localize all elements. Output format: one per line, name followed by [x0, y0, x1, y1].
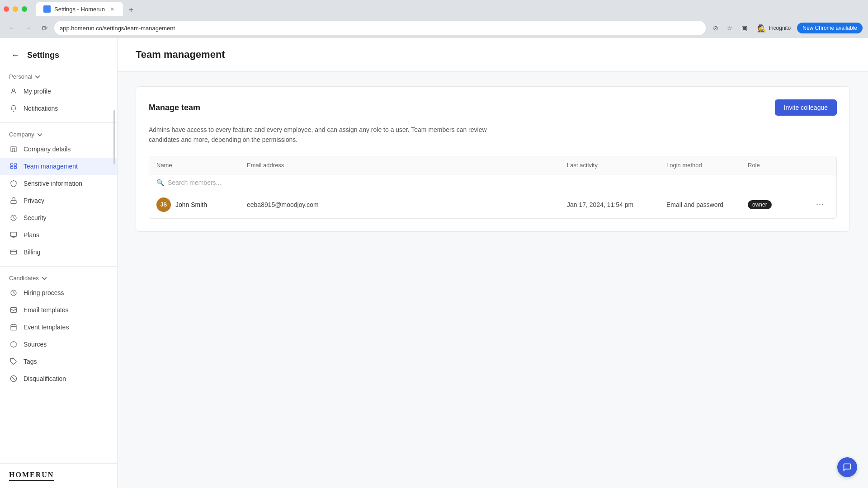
company-section-header[interactable]: Company: [0, 128, 117, 141]
activity-cell: Jan 17, 2024, 11:54 pm: [567, 201, 666, 208]
sidebar-item-notifications[interactable]: Notifications: [0, 100, 117, 117]
sidebar-item-event-templates[interactable]: Event templates: [0, 319, 117, 336]
address-bar[interactable]: app.homerun.co/settings/team-management: [54, 21, 706, 35]
incognito-label: Incognito: [769, 25, 791, 31]
search-members-input[interactable]: [168, 179, 829, 186]
cast-icon[interactable]: ⊘: [709, 22, 722, 34]
page-title: Team management: [136, 49, 850, 61]
sidebar-item-security[interactable]: Security: [0, 209, 117, 226]
company-label: Company: [9, 131, 34, 138]
plans-icon: [9, 230, 18, 239]
main-content: Team management Manage team Invite colle…: [118, 38, 868, 488]
scroll-indicator: [113, 110, 115, 164]
svg-rect-13: [11, 325, 16, 330]
candidates-section-header[interactable]: Candidates: [0, 272, 117, 284]
back-button[interactable]: ←: [5, 22, 18, 34]
sidebar-item-plans[interactable]: Plans: [0, 226, 117, 244]
browser-titlebar: Settings - Homerun ✕ +: [0, 0, 868, 18]
avatar: JS: [156, 197, 171, 212]
new-chrome-button[interactable]: New Chrome available: [797, 23, 863, 33]
manage-team-header: Manage team Invite colleague: [149, 99, 837, 116]
sidebar-item-privacy[interactable]: Privacy: [0, 192, 117, 209]
tab-close-button[interactable]: ✕: [108, 5, 116, 13]
forward-button[interactable]: →: [22, 22, 34, 34]
member-cell: JS John Smith: [156, 197, 247, 212]
company-section: Company Company details Team management: [0, 125, 117, 264]
tab-bar: Settings - Homerun ✕ +: [33, 2, 141, 16]
col-login: Login method: [666, 162, 748, 169]
hiring-process-label: Hiring process: [24, 289, 64, 296]
candidates-label: Candidates: [9, 275, 39, 282]
more-options-button[interactable]: ···: [811, 200, 829, 209]
personal-section-header[interactable]: Personal: [0, 70, 117, 83]
svg-rect-2: [10, 164, 13, 165]
divider-2: [0, 266, 117, 267]
sources-label: Sources: [24, 341, 47, 348]
billing-icon: [9, 248, 18, 257]
sidebar-item-disqualification[interactable]: Disqualification: [0, 370, 117, 387]
new-tab-button[interactable]: +: [125, 4, 137, 16]
svg-rect-4: [10, 167, 13, 169]
sidebar-item-team-management[interactable]: Team management: [0, 158, 117, 175]
sidebar-item-sources[interactable]: Sources: [0, 336, 117, 353]
description-text: Admins have access to every feature and …: [149, 125, 492, 145]
manage-team-title: Manage team: [149, 103, 200, 113]
svg-rect-3: [14, 164, 16, 165]
col-actions: [811, 162, 829, 169]
team-management-label: Team management: [24, 163, 78, 170]
privacy-label: Privacy: [24, 197, 44, 204]
sidebar-item-email-templates[interactable]: Email templates: [0, 301, 117, 319]
sidebar-item-company-details[interactable]: Company details: [0, 141, 117, 158]
invite-colleague-button[interactable]: Invite colleague: [775, 99, 837, 116]
reload-button[interactable]: ⟳: [38, 22, 51, 34]
table-row: JS John Smith eeba8915@moodjoy.com Jan 1…: [149, 191, 836, 218]
security-label: Security: [24, 214, 47, 221]
role-cell: owner: [748, 200, 811, 209]
sidebar-toggle-icon[interactable]: ▣: [738, 22, 751, 34]
company-details-label: Company details: [24, 145, 71, 153]
active-tab[interactable]: Settings - Homerun ✕: [36, 2, 123, 16]
member-name: John Smith: [175, 201, 207, 208]
search-row: 🔍: [149, 174, 836, 191]
email-icon: [9, 305, 18, 314]
svg-line-19: [11, 376, 15, 380]
homerun-wordmark: HOMERUN: [9, 471, 54, 481]
col-name: Name: [156, 162, 247, 169]
divider-1: [0, 122, 117, 123]
chat-widget-button[interactable]: [837, 457, 857, 477]
personal-label: Personal: [9, 73, 32, 80]
svg-rect-6: [11, 200, 16, 203]
window-maximize-button[interactable]: [22, 6, 27, 12]
event-icon: [9, 323, 18, 332]
members-table: Name Email address Last activity Login m…: [149, 156, 837, 219]
svg-rect-8: [10, 232, 16, 236]
chevron-down-icon-2: [37, 132, 42, 137]
svg-point-0: [12, 89, 14, 91]
browser-toolbar: ← → ⟳ app.homerun.co/settings/team-manag…: [0, 18, 868, 38]
sidebar: ← Settings Personal My profile: [0, 38, 118, 488]
sidebar-item-billing[interactable]: Billing: [0, 244, 117, 261]
back-to-app-button[interactable]: ←: [9, 49, 22, 61]
billing-label: Billing: [24, 249, 40, 256]
tab-title: Settings - Homerun: [54, 6, 105, 13]
window-minimize-button[interactable]: [13, 6, 18, 12]
window-close-button[interactable]: [4, 6, 9, 12]
search-icon: 🔍: [156, 179, 164, 186]
event-templates-label: Event templates: [24, 324, 69, 331]
bookmark-icon[interactable]: ☆: [724, 22, 736, 34]
sources-icon: [9, 340, 18, 349]
sidebar-item-tags[interactable]: Tags: [0, 353, 117, 370]
sidebar-item-my-profile[interactable]: My profile: [0, 83, 117, 100]
sensitive-icon: [9, 179, 18, 188]
bell-icon: [9, 104, 18, 113]
svg-rect-5: [14, 167, 16, 169]
col-email: Email address: [247, 162, 567, 169]
toolbar-actions: ⊘ ☆ ▣ 🕵 Incognito New Chrome available: [709, 22, 863, 34]
sidebar-item-sensitive-information[interactable]: Sensitive information: [0, 175, 117, 192]
sidebar-header: ← Settings: [0, 38, 117, 67]
col-activity: Last activity: [567, 162, 666, 169]
sidebar-item-hiring-process[interactable]: Hiring process: [0, 284, 117, 301]
svg-rect-1: [11, 146, 16, 152]
incognito-button[interactable]: 🕵 Incognito: [753, 22, 796, 34]
security-icon: [9, 213, 18, 222]
